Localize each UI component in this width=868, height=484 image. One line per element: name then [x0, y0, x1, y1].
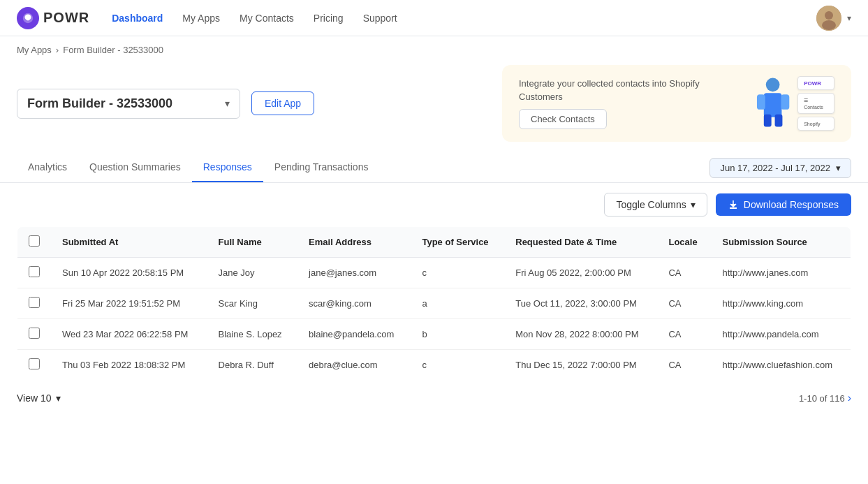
breadcrumb-current: Form Builder - 32533000 [63, 45, 163, 55]
pagination-next-icon[interactable]: › [848, 392, 851, 404]
svg-point-3 [822, 20, 836, 30]
cell-submitted-at: Thu 03 Feb 2022 18:08:32 PM [51, 350, 207, 381]
logo[interactable]: POWR [17, 7, 89, 29]
responses-table-container: Submitted At Full Name Email Address Typ… [0, 226, 868, 381]
shopify-card: Shopify [797, 117, 834, 131]
app-selector-chevron-icon: ▾ [225, 98, 230, 109]
banner-illustration: POWR ☰ Contacts Shopify [754, 76, 834, 131]
cell-requested-date-time: Tue Oct 11, 2022, 3:00:00 PM [504, 288, 657, 319]
row-checkbox-cell[interactable] [17, 258, 52, 288]
download-responses-button[interactable]: Download Responses [716, 193, 851, 216]
row-checkbox-3[interactable] [29, 358, 40, 369]
tab-pending-transactions[interactable]: Pending Transactions [263, 153, 380, 182]
table-header-row: Submitted At Full Name Email Address Typ… [17, 227, 851, 258]
banner-cards: POWR ☰ Contacts Shopify [797, 76, 834, 131]
table-row: Wed 23 Mar 2022 06:22:58 PM Blaine S. Lo… [17, 319, 851, 350]
cell-email-address: debra@clue.com [297, 350, 411, 381]
table-body: Sun 10 Apr 2022 20:58:15 PM Jane Joy jan… [17, 258, 851, 381]
nav-my-contacts[interactable]: My Contacts [240, 13, 294, 24]
cell-submission-source: http://www.janes.com [711, 258, 851, 288]
svg-rect-6 [757, 94, 765, 110]
footer: View 10 ▾ 1-10 of 116 › [0, 381, 868, 416]
tab-analytics[interactable]: Analytics [17, 153, 78, 182]
svg-rect-5 [764, 93, 782, 117]
cell-locale: CA [657, 258, 711, 288]
cell-type-of-service: b [411, 319, 504, 350]
view-chevron-icon: ▾ [56, 393, 61, 404]
cell-requested-date-time: Fri Aug 05 2022, 2:00:00 PM [504, 258, 657, 288]
header-row: Form Builder - 32533000 ▾ Edit App Integ… [0, 59, 868, 153]
nav-right: ▾ [816, 6, 851, 31]
download-icon [728, 200, 738, 210]
breadcrumb-separator: › [56, 45, 59, 55]
view-select[interactable]: View 10 ▾ [17, 393, 61, 404]
cell-type-of-service: c [411, 350, 504, 381]
cell-full-name: Debra R. Duff [207, 350, 298, 381]
row-checkbox-cell[interactable] [17, 350, 52, 381]
toolbar: Toggle Columns ▾ Download Responses [0, 183, 868, 226]
cell-requested-date-time: Thu Dec 15, 2022 7:00:00 PM [504, 350, 657, 381]
view-label: View 10 [17, 393, 52, 404]
cell-submitted-at: Wed 23 Mar 2022 06:22:58 PM [51, 319, 207, 350]
col-requested-date-time: Requested Date & Time [504, 227, 657, 258]
app-selector[interactable]: Form Builder - 32533000 ▾ [17, 89, 240, 119]
date-range-label: Jun 17, 2022 - Jul 17, 2022 [720, 163, 830, 173]
cell-full-name: Jane Joy [207, 258, 298, 288]
contacts-card: ☰ Contacts [797, 93, 834, 114]
toggle-columns-label: Toggle Columns [616, 199, 686, 210]
date-range-button[interactable]: Jun 17, 2022 - Jul 17, 2022 ▾ [709, 158, 851, 178]
svg-rect-7 [781, 94, 789, 110]
cell-requested-date-time: Mon Nov 28, 2022 8:00:00 PM [504, 319, 657, 350]
person-illustration [754, 76, 792, 129]
cell-locale: CA [657, 350, 711, 381]
cell-type-of-service: a [411, 288, 504, 319]
cell-locale: CA [657, 288, 711, 319]
cell-locale: CA [657, 319, 711, 350]
row-checkbox-0[interactable] [29, 266, 40, 277]
tab-responses[interactable]: Responses [192, 153, 263, 182]
toggle-columns-chevron-icon: ▾ [691, 199, 696, 210]
tab-question-summaries[interactable]: Question Summaries [78, 153, 192, 182]
breadcrumb-parent[interactable]: My Apps [17, 45, 52, 55]
svg-rect-8 [764, 115, 772, 127]
download-label: Download Responses [744, 199, 839, 210]
cell-type-of-service: c [411, 258, 504, 288]
nav-dashboard[interactable]: Dashboard [112, 13, 163, 24]
cell-submitted-at: Sun 10 Apr 2022 20:58:15 PM [51, 258, 207, 288]
nav-pricing[interactable]: Pricing [314, 13, 344, 24]
avatar[interactable] [816, 6, 841, 31]
logo-text: POWR [43, 10, 89, 26]
row-checkbox-2[interactable] [29, 328, 40, 339]
app-selector-text: Form Builder - 32533000 [27, 96, 219, 111]
nav-support[interactable]: Support [363, 13, 397, 24]
pagination-info: 1-10 of 116 [799, 393, 845, 404]
edit-app-button[interactable]: Edit App [251, 91, 314, 115]
row-checkbox-1[interactable] [29, 297, 40, 308]
table-row: Sun 10 Apr 2022 20:58:15 PM Jane Joy jan… [17, 258, 851, 288]
svg-rect-9 [775, 115, 783, 127]
powr-card: POWR [797, 76, 834, 90]
account-chevron-icon[interactable]: ▾ [847, 13, 851, 23]
shopify-banner: Integrate your collected contacts into S… [502, 65, 851, 142]
select-all-header[interactable] [17, 227, 52, 258]
nav-my-apps[interactable]: My Apps [182, 13, 220, 24]
row-checkbox-cell[interactable] [17, 288, 52, 319]
toggle-columns-button[interactable]: Toggle Columns ▾ [604, 193, 707, 217]
banner-content: Integrate your collected contacts into S… [519, 78, 743, 129]
cell-full-name: Blaine S. Lopez [207, 319, 298, 350]
row-checkbox-cell[interactable] [17, 319, 52, 350]
cell-email-address: blaine@pandela.com [297, 319, 411, 350]
col-submitted-at: Submitted At [51, 227, 207, 258]
check-contacts-button[interactable]: Check Contacts [519, 109, 607, 129]
navbar: POWR Dashboard My Apps My Contacts Prici… [0, 0, 868, 36]
cell-submission-source: http://www.cluefashion.com [711, 350, 851, 381]
col-email-address: Email Address [297, 227, 411, 258]
breadcrumb: My Apps › Form Builder - 32533000 [0, 36, 868, 59]
tabs-row: Analytics Question Summaries Responses P… [0, 153, 868, 183]
pagination: 1-10 of 116 › [799, 392, 851, 404]
col-submission-source: Submission Source [711, 227, 851, 258]
select-all-checkbox[interactable] [29, 235, 40, 247]
cell-full-name: Scar King [207, 288, 298, 319]
date-range-chevron-icon: ▾ [836, 163, 841, 173]
nav-links: Dashboard My Apps My Contacts Pricing Su… [112, 13, 816, 24]
